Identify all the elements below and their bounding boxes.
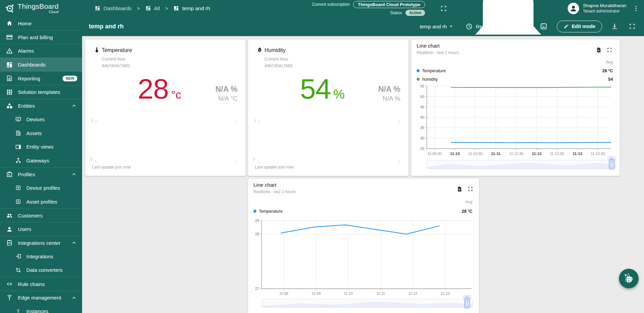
breadcrumb-all[interactable]: All [145,5,160,11]
legend-header: Avg [606,60,613,64]
fullscreen-dashboard-icon[interactable] [628,23,636,30]
last-update-text: Last update just now [92,165,131,169]
sidebar-item-users[interactable]: Users [0,222,82,236]
dashboard-toolbar: temp and rh temp and rh Realtime - last … [82,17,644,36]
subscription-plan-pill[interactable]: ThingsBoard Cloud Prototype [353,1,425,8]
sidebar-item-assets[interactable]: Assets [0,126,82,140]
sidebar-item-label: Device profiles [26,185,60,191]
sidebar-item-asset-profiles[interactable]: Asset profiles [0,195,82,209]
sidebar-item-data-converters[interactable]: Data converters [0,263,82,277]
sidebar-item-home[interactable]: Home [0,17,82,30]
slider-track[interactable] [426,160,616,169]
sidebar-item-rule-chains[interactable]: Rule chains [0,277,82,291]
sidebar-item-device-profiles[interactable]: Device profiles [0,181,82,195]
legend-item-temperature[interactable]: Temperature28 °C [417,67,613,75]
svg-text:11:12: 11:12 [532,152,542,156]
legend-item-humidity[interactable]: humidity54 [417,75,613,83]
sidebar-item-label: Profiles [18,172,35,177]
assistant-fab-button[interactable] [619,269,639,288]
edit-mode-button[interactable]: Edit mode [557,21,602,32]
dashboards-grid-icon [95,5,100,11]
sidebar-item-label: Instances [26,308,48,313]
customers-icon [6,212,13,219]
sidebar-item-alarms[interactable]: Alarms [0,44,82,58]
line-chart-plot: 5550454035302511:09:3011:1011:10:3011:11… [417,83,614,159]
user-info[interactable]: Shapna Muralidharan Tenant administrator [583,3,626,14]
sidebar-item-gateways[interactable]: Gateways [0,154,82,167]
user-avatar[interactable] [568,3,579,14]
expand-widget-icon[interactable] [606,47,613,53]
widget-title: Temperature [102,47,132,53]
series-avg-value: 28 °C [462,209,472,214]
notifications-button[interactable]: 4 [457,0,559,59]
sidebar-item-label: Solution templates [18,89,60,95]
slider-preview-wave [427,160,615,168]
devices-icon [15,116,21,122]
thingsboard-logo-icon [4,3,15,14]
sidebar-item-label: Asset profiles [26,199,57,205]
sidebar-item-integrations-center[interactable]: Integrations center [0,236,82,250]
sidebar-item-label: Integrations [26,254,53,259]
sidebar-item-label: Rule chains [18,281,45,287]
download-icon[interactable] [611,23,618,30]
sidebar-item-instances[interactable]: Instances [0,304,82,313]
svg-text:11:13: 11:13 [572,152,582,156]
chart-legend: Temperature28 °Chumidity54 [417,67,613,83]
sidebar-item-profiles[interactable]: Profiles [0,167,82,181]
sidebar-item-devices[interactable]: Devices [0,112,82,126]
robot-chip-icon [622,272,635,285]
sidebar-item-plan-and-billing[interactable]: Plan and billing [0,30,82,44]
solution-templates-icon [6,89,13,96]
line-chart-plot: 28282711:0811:0911:1011:1111:1211:13 [253,218,474,299]
sidebar-item-integrations[interactable]: Integrations [0,250,82,263]
kebab-menu-icon[interactable] [633,5,639,12]
export-file-icon[interactable] [596,47,602,53]
entities-icon [6,102,13,109]
sidebar-item-customers[interactable]: Customers [0,208,82,222]
slider-preview-wave [262,299,473,307]
sidebar-item-reporting[interactable]: ReportingNEW [0,71,82,85]
secondary-values: N/A % N/A °C [215,85,238,102]
fullscreen-icon[interactable] [440,5,447,12]
sidebar-item-entities[interactable]: Entities [0,99,82,113]
instances-icon [15,308,21,313]
sidebar-item-label: Reporting [18,76,40,81]
home-icon [6,20,13,27]
svg-text:50: 50 [420,95,424,99]
brand-variant: Cloud [49,10,59,14]
mini-chart-corner [96,121,98,123]
series-color-dot [417,78,420,81]
widget-title: Humidity [265,47,286,53]
expand-widget-icon[interactable] [467,186,473,192]
users-icon [6,226,13,233]
sidebar-item-solution-templates[interactable]: Solution templates [0,85,82,99]
breadcrumb-dashboards[interactable]: Dashboards [95,5,132,11]
slider-handle[interactable] [609,159,615,169]
breadcrumb-current[interactable]: temp and rh [173,5,210,11]
app-logo[interactable]: ThingsBoard Cloud [0,3,82,14]
widget-subtitle: Current hour [265,57,288,61]
sidebar-item-edge-management[interactable]: Edge management [0,291,82,305]
legend-item-temperature[interactable]: Temperature28 °C [253,207,472,215]
export-file-icon[interactable] [456,186,463,192]
top-header: ThingsBoard Cloud Dashboards > All > tem… [0,0,644,17]
bell-icon [457,0,559,59]
widget-title: Line chart [417,43,440,49]
gateways-icon [15,157,21,163]
sidebar-item-label: Entities [18,103,35,109]
entity-views-icon [15,144,21,150]
sidebar-item-label: Plan and billing [18,34,53,40]
integrations-icon [15,253,21,259]
dashboard-state-selector[interactable]: temp and rh [420,23,454,29]
temperature-widget: Temperature Current hour 44b7d04c7465 28… [85,40,246,176]
sidebar-item-dashboards[interactable]: Dashboards [0,58,82,72]
mini-chart-corner [234,121,237,123]
edge-management-icon [6,294,13,301]
svg-text:11:10:30: 11:10:30 [468,152,482,156]
sidebar-item-label: Dashboards [18,62,46,68]
slider-handle[interactable] [464,298,470,308]
series-avg-value: 28 °C [602,69,613,73]
slider-track[interactable] [262,299,473,308]
device-profiles-icon [15,185,21,191]
sidebar-item-entity-views[interactable]: Entity views [0,140,82,154]
